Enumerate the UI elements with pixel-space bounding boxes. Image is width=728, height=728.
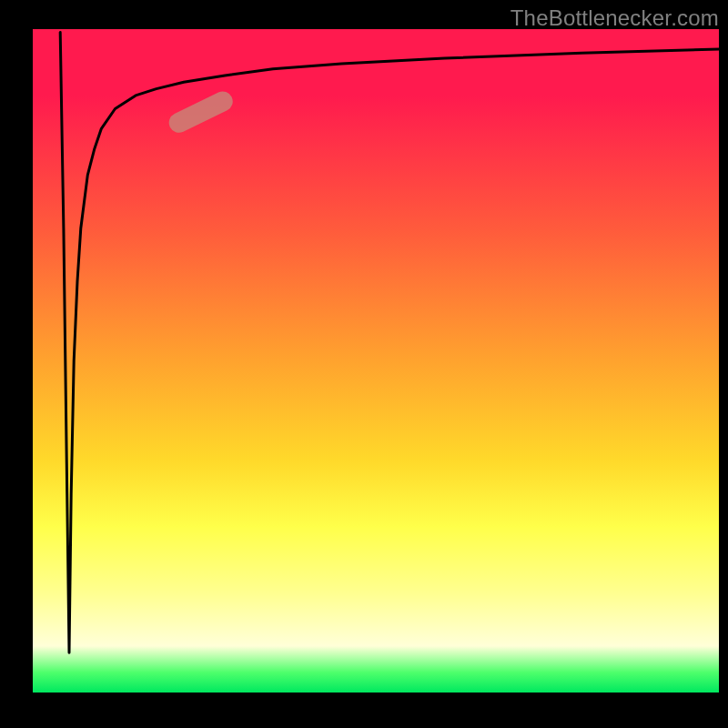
attribution-text: TheBottlenecker.com bbox=[511, 5, 719, 31]
svg-rect-0 bbox=[166, 88, 236, 136]
chart-frame: TheBottlenecker.com bbox=[0, 0, 728, 728]
plot-area bbox=[33, 29, 719, 693]
highlight-blob bbox=[166, 88, 236, 136]
bottleneck-curve bbox=[60, 33, 719, 653]
plot-svg bbox=[33, 29, 719, 693]
